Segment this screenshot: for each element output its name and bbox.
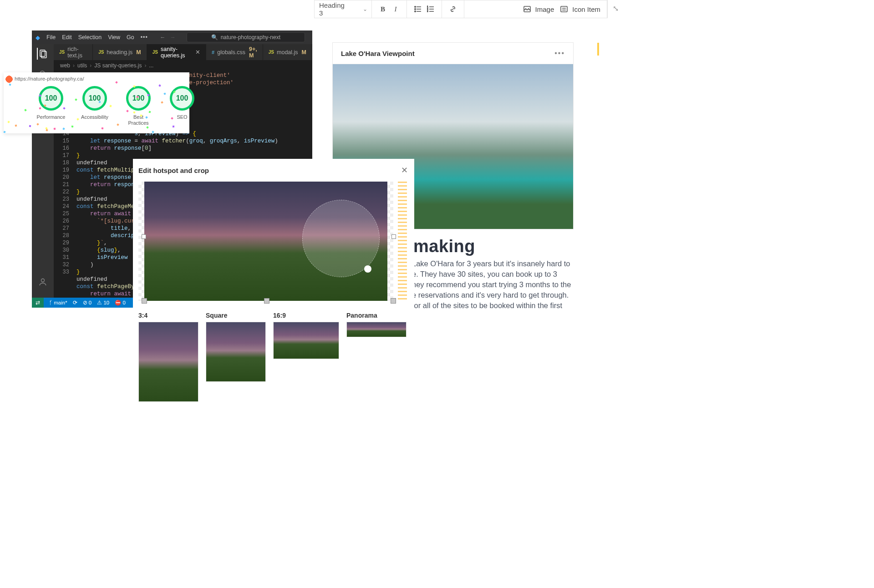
crop-preview[interactable]: 16:9 <box>273 312 339 402</box>
hotspot-editor-modal: Edit hotspot and crop ✕ 3:4Square16:9Pan… <box>133 159 414 414</box>
modified-indicator: M <box>302 49 306 56</box>
numbered-list-icon: 123 <box>427 5 434 13</box>
close-button[interactable]: ✕ <box>401 165 408 175</box>
heading-select[interactable]: Heading 3 ⌄ <box>319 1 367 17</box>
italic-button[interactable]: I <box>389 3 402 15</box>
crop-preview[interactable]: 3:4 <box>138 312 198 402</box>
hotspot-canvas[interactable] <box>138 182 393 301</box>
document-title: Lake O'Hara Viewpoint <box>341 50 415 57</box>
vscode-menu-selection[interactable]: Selection <box>78 34 102 41</box>
crop-handle-br[interactable] <box>391 298 396 304</box>
score-label: Accessibility <box>81 114 108 120</box>
score-ring: 100 <box>82 86 107 111</box>
modified-indicator: M <box>136 49 141 56</box>
link-button[interactable] <box>447 3 459 15</box>
ports[interactable]: ⛔ 0 <box>115 299 126 306</box>
git-branch[interactable]: ᚶ main* <box>49 300 67 305</box>
vscode-menu-go[interactable]: Go <box>127 34 134 41</box>
vscode-menu-file[interactable]: File <box>46 34 56 41</box>
close-icon: ✕ <box>401 166 408 175</box>
tab-label: sanity-queries.js <box>161 46 191 59</box>
bullet-list-icon <box>414 5 422 13</box>
account-icon[interactable] <box>37 276 49 288</box>
svg-point-2 <box>415 9 416 10</box>
breadcrumbs[interactable]: web›utils›JS sanity-queries.js›... <box>54 60 312 71</box>
crop-label: 16:9 <box>273 312 339 319</box>
remote-icon: ⇄ <box>36 299 40 306</box>
remote-indicator[interactable]: ⇄ <box>32 298 44 308</box>
crop-label: Square <box>206 312 266 319</box>
change-indicator <box>398 182 407 301</box>
tab-label: modal.js <box>277 49 298 56</box>
collapse-icon: ⤡ <box>613 5 619 12</box>
crop-handle-bottom[interactable] <box>264 298 269 304</box>
svg-rect-16 <box>40 50 45 56</box>
insert-icon-item-label: Icon Item <box>572 5 600 13</box>
lighthouse-score: 100SEO <box>167 86 198 126</box>
crop-handle-bl[interactable] <box>142 298 147 304</box>
score-label: Performance <box>37 114 66 120</box>
explorer-icon[interactable] <box>37 48 49 60</box>
numbered-list-button[interactable]: 123 <box>424 3 437 15</box>
editor-tab[interactable]: JSheading.jsM <box>93 44 147 60</box>
vscode-menu-more[interactable]: ••• <box>141 34 148 41</box>
score-ring: 100 <box>39 86 63 111</box>
editor-tab[interactable]: JSmodal.jsM <box>263 44 312 60</box>
nav-forward-button[interactable]: → <box>170 34 176 41</box>
editor-tabs: JSrich-text.jsJSheading.jsMJSsanity-quer… <box>54 44 312 60</box>
score-label: SEO <box>177 114 187 120</box>
italic-icon: I <box>395 5 397 13</box>
sync-button[interactable]: ⟳ <box>73 299 77 306</box>
chevron-down-icon: ⌄ <box>363 6 367 12</box>
breadcrumb-item[interactable]: JS sanity-queries.js <box>94 62 142 69</box>
crop-thumbnail <box>346 322 407 337</box>
command-center-text: nature-photography-next <box>221 34 280 41</box>
vscode-logo-icon: ◆ <box>36 34 40 41</box>
crop-preview[interactable]: Panorama <box>346 312 407 402</box>
editor-tab[interactable]: JSsanity-queries.js✕ <box>147 44 206 60</box>
article-heading[interactable]: making <box>413 237 475 256</box>
crop-preview[interactable]: Square <box>206 312 266 402</box>
crop-handle-left[interactable] <box>142 234 146 239</box>
score-ring: 100 <box>126 86 151 111</box>
lighthouse-score: 100Accessibility <box>79 86 110 126</box>
bold-icon: B <box>381 5 385 13</box>
tab-label: rich-text.js <box>67 46 87 59</box>
close-tab-icon[interactable]: ✕ <box>195 49 200 56</box>
search-icon: 🔍 <box>211 34 218 41</box>
insert-image-label: Image <box>535 5 554 13</box>
css-file-icon: # <box>212 50 214 55</box>
bullet-list-button[interactable] <box>412 3 424 15</box>
collapse-toolbar-button[interactable]: ⤡ <box>613 4 619 13</box>
score-label: BestPractices <box>128 114 148 126</box>
hotspot-center-handle[interactable] <box>364 265 371 273</box>
icon-item-icon <box>560 5 568 13</box>
svg-rect-17 <box>41 51 46 58</box>
document-more-button[interactable]: ••• <box>554 49 565 57</box>
problems-warnings[interactable]: ⚠ 10 <box>97 299 109 306</box>
tab-label: globals.css <box>217 49 245 56</box>
vscode-menu-view[interactable]: View <box>108 34 120 41</box>
editor-tab[interactable]: #globals.css9+, M <box>206 44 263 60</box>
lighthouse-score: 100BestPractices <box>123 86 154 126</box>
lighthouse-panel: https://nature-photography.ca/ 100Perfor… <box>4 72 189 133</box>
problems-errors[interactable]: ⊘ 0 <box>83 299 92 306</box>
breadcrumb-item[interactable]: utils <box>77 62 87 69</box>
crop-thumbnail <box>138 322 198 402</box>
bold-button[interactable]: B <box>376 3 389 15</box>
nav-back-button[interactable]: ← <box>160 34 166 41</box>
modified-indicator: 9+, M <box>249 46 257 59</box>
insert-icon-item-button[interactable]: Icon Item <box>559 3 602 15</box>
article-body[interactable]: Lake O'Hara for 3 years but it's insanel… <box>412 259 571 311</box>
editor-tab[interactable]: JSrich-text.js <box>54 44 93 60</box>
breadcrumb-item[interactable]: ... <box>149 62 153 69</box>
insert-image-button[interactable]: Image <box>522 3 556 15</box>
breadcrumb-item[interactable]: web <box>60 62 70 69</box>
tab-label: heading.js <box>107 49 132 56</box>
svg-point-20 <box>41 279 45 282</box>
command-center[interactable]: 🔍 nature-photography-next <box>187 32 305 42</box>
crop-handle-right[interactable] <box>391 234 396 239</box>
vscode-menu-edit[interactable]: Edit <box>62 34 72 41</box>
heading-select-label: Heading 3 <box>319 1 345 17</box>
hotspot-modal-title: Edit hotspot and crop <box>138 167 209 174</box>
